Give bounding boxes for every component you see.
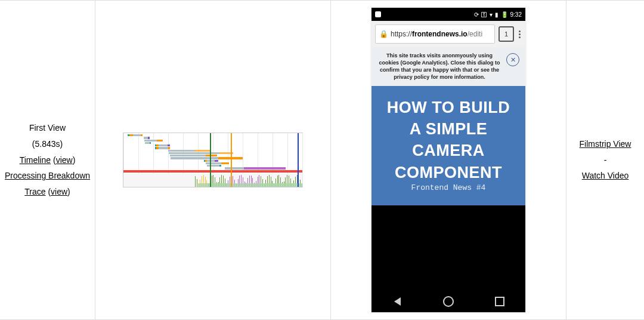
screenshot-cell: ⟳ ⚿ ▾ ▮ 🔋 9:32 🔒 https://frontendnews.io…	[331, 1, 566, 319]
timeline-line: Timeline (view)	[20, 155, 76, 166]
key-icon: ⚿	[481, 11, 487, 18]
separator: -	[604, 155, 607, 166]
clock: 9:32	[510, 11, 522, 18]
summary-cell: First View (5.843s) Timeline (view) Proc…	[0, 1, 95, 319]
url-bar: 🔒 https://frontendnews.io/editi	[375, 24, 495, 44]
actions-cell: Filmstrip View - Watch Video	[566, 1, 644, 319]
tab-count: 1	[499, 26, 514, 42]
issue-label: Frontend News #4	[380, 183, 517, 195]
timeline-view-link[interactable]: view	[56, 155, 73, 165]
nfc-icon: ⟳	[474, 11, 479, 18]
filmstrip-link[interactable]: Filmstrip View	[580, 139, 631, 149]
cookie-text: This site tracks visits anonmyously usin…	[377, 52, 501, 81]
wifi-icon: ▾	[490, 11, 493, 18]
cookie-banner: This site tracks visits anonmyously usin…	[371, 47, 525, 86]
url-scheme: https://	[391, 30, 412, 38]
signal-icon: ▮	[495, 11, 499, 18]
favicon-icon	[375, 11, 381, 17]
screenshot-thumbnail[interactable]: ⟳ ⚿ ▾ ▮ 🔋 9:32 🔒 https://frontendnews.io…	[371, 8, 525, 312]
result-row: First View (5.843s) Timeline (view) Proc…	[0, 0, 644, 320]
timeline-link[interactable]: Timeline	[20, 155, 51, 165]
article-hero: HOW TO BUILD A SIMPLE CAMERA COMPONENT F…	[371, 86, 525, 206]
home-icon	[440, 293, 457, 310]
waterfall-thumbnail[interactable]	[123, 133, 303, 187]
watch-video-link[interactable]: Watch Video	[582, 171, 629, 180]
trace-view-link[interactable]: view	[51, 187, 67, 196]
kebab-menu-icon	[518, 30, 522, 38]
close-icon: ✕	[506, 53, 519, 66]
trace-link[interactable]: Trace	[24, 187, 45, 196]
view-time: (5.843s)	[32, 139, 63, 150]
android-status-bar: ⟳ ⚿ ▾ ▮ 🔋 9:32	[371, 8, 525, 21]
article-headline: HOW TO BUILD A SIMPLE CAMERA COMPONENT	[380, 97, 517, 184]
view-title: First View	[29, 122, 66, 134]
back-icon	[389, 293, 405, 310]
android-nav-bar	[371, 291, 525, 312]
chrome-toolbar: 🔒 https://frontendnews.io/editi 1	[371, 21, 525, 47]
waterfall-cell	[95, 1, 331, 319]
url-host: frontendnews.io	[412, 30, 467, 38]
url-path: /editi	[467, 30, 482, 38]
trace-line: Trace (view)	[24, 186, 70, 198]
recents-icon	[491, 293, 508, 310]
lock-icon: 🔒	[379, 30, 388, 38]
battery-icon: 🔋	[501, 11, 508, 18]
processing-breakdown-link[interactable]: Processing Breakdown	[5, 171, 90, 180]
